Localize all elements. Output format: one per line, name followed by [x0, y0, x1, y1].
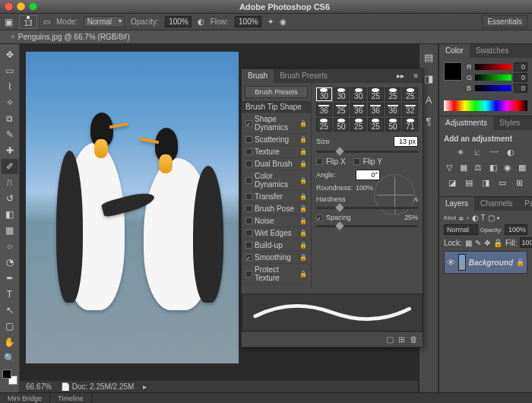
g-input[interactable]: 0 [514, 73, 527, 82]
brush-option-wet-edges[interactable]: Wet Edges🔒 [245, 227, 308, 240]
spacing-checkbox[interactable] [316, 214, 323, 221]
brush-option-dual-brush[interactable]: Dual Brush🔒 [245, 158, 308, 170]
workspace-switcher[interactable]: Essentials [482, 15, 527, 28]
lock-trans-icon[interactable]: ▦ [465, 239, 472, 247]
checkbox-icon[interactable] [245, 177, 252, 184]
opacity-input[interactable]: 100% [165, 16, 192, 27]
brightness-icon[interactable]: ☀ [454, 146, 467, 158]
lock-icon[interactable]: 🔒 [299, 205, 307, 212]
color-preview-swatch[interactable] [444, 62, 462, 81]
vibrance-icon[interactable]: ▽ [444, 161, 454, 173]
photo-filter-icon[interactable]: ◉ [502, 161, 512, 173]
minimize-icon[interactable] [17, 2, 25, 11]
b-slider[interactable] [475, 85, 511, 91]
gradient-map-icon[interactable]: ▭ [496, 176, 508, 189]
tab-adjustments[interactable]: Adjustments [439, 116, 493, 130]
flipy-checkbox[interactable] [353, 158, 360, 165]
ps-logo-icon[interactable]: ▣ [5, 17, 13, 27]
brush-preset-picker[interactable]: 13 [19, 15, 37, 29]
close-tab-icon[interactable]: × [11, 33, 15, 41]
tab-paths[interactable]: Paths [518, 197, 532, 211]
brush-tip-swatch[interactable]: 50 [334, 118, 350, 132]
character-panel-icon[interactable]: A [422, 93, 435, 106]
gradient-tool[interactable]: ▦ [2, 223, 18, 238]
color-swatches[interactable] [2, 370, 17, 385]
color-spectrum[interactable] [444, 100, 527, 111]
fill-input[interactable]: 100% [520, 237, 532, 248]
layer-thumbnail[interactable] [458, 254, 466, 271]
tab-channels[interactable]: Channels [474, 197, 518, 211]
brush-option-build-up[interactable]: Build-up🔒 [245, 240, 308, 252]
airbrush-icon[interactable]: ✦ [268, 17, 274, 26]
brush-tip-swatch[interactable]: 30 [350, 87, 366, 101]
lock-all-icon[interactable]: 🔒 [493, 239, 502, 247]
flipx-checkbox[interactable] [316, 158, 323, 165]
checkbox-icon[interactable] [245, 136, 252, 143]
properties-panel-icon[interactable]: ◨ [422, 71, 435, 85]
status-arrow-icon[interactable]: ▸ [143, 382, 147, 391]
tab-swatches[interactable]: Swatches [470, 44, 515, 58]
brush-option-protect-texture[interactable]: Protect Texture🔒 [245, 264, 308, 284]
checkbox-icon[interactable] [245, 242, 252, 249]
brush-presets-button[interactable]: Brush Presets [245, 86, 308, 98]
tab-mini-bridge[interactable]: Mini Bridge [0, 394, 50, 403]
checkbox-icon[interactable] [245, 160, 252, 167]
brush-tip-swatch[interactable]: 30 [334, 87, 350, 101]
lock-icon[interactable]: 🔒 [299, 254, 307, 261]
zoom-tool[interactable]: 🔍 [2, 351, 18, 366]
lock-icon[interactable]: 🔒 [299, 271, 307, 278]
angle-input[interactable]: 0° [356, 170, 380, 180]
brush-option-shape-dynamics[interactable]: Shape Dynamics🔒 [245, 113, 308, 134]
wand-tool[interactable]: ✧ [2, 95, 18, 110]
shape-tool[interactable]: ▢ [2, 319, 18, 334]
lock-pos-icon[interactable]: ✥ [484, 239, 490, 247]
tab-color[interactable]: Color [439, 44, 470, 58]
checkbox-icon[interactable] [245, 271, 252, 278]
brush-option-transfer[interactable]: Transfer🔒 [245, 191, 308, 203]
new-preset-icon[interactable]: ▢ [386, 335, 394, 344]
brush-tip-swatch[interactable]: 50 [385, 118, 401, 132]
brush-tip-swatch[interactable]: 25 [316, 118, 332, 132]
brush-tip-swatch[interactable]: 25 [334, 103, 350, 116]
pen-tool[interactable]: ✒ [2, 271, 18, 286]
eraser-tool[interactable]: ◧ [2, 207, 18, 222]
pressure-size-icon[interactable]: ◉ [280, 17, 287, 26]
checkbox-icon[interactable] [245, 205, 252, 212]
stamp-tool[interactable]: ⎍ [2, 175, 18, 190]
checkbox-icon[interactable] [245, 217, 252, 224]
g-slider[interactable] [475, 75, 511, 81]
panel-menu-icon[interactable]: ≡ [409, 69, 423, 83]
checkbox-icon[interactable] [245, 148, 252, 155]
blend-mode-select[interactable]: Normal [84, 16, 125, 27]
lock-icon[interactable]: 🔒 [299, 193, 307, 200]
brush-tip-swatch[interactable]: 36 [368, 103, 384, 116]
lock-icon[interactable]: 🔒 [299, 160, 307, 167]
brush-tool[interactable]: ✐ [2, 159, 18, 174]
bw-icon[interactable]: ◧ [488, 161, 498, 173]
r-input[interactable]: 0 [514, 62, 527, 71]
lasso-tool[interactable]: ⌇ [2, 79, 18, 94]
brush-tip-shape[interactable]: Brush Tip Shape [242, 101, 311, 113]
posterize-icon[interactable]: ▤ [463, 176, 475, 189]
hue-icon[interactable]: ▦ [458, 161, 468, 173]
balance-icon[interactable]: ⚖ [473, 161, 483, 173]
tab-layers[interactable]: Layers [439, 197, 474, 211]
blend-mode-select[interactable]: Normal [444, 224, 478, 235]
layer-row[interactable]: 👁 Background 🔒 [444, 251, 527, 274]
spacing-slider[interactable] [316, 225, 418, 227]
levels-icon[interactable]: ⟀ [471, 146, 483, 158]
hardness-slider[interactable] [316, 207, 418, 209]
pressure-opacity-icon[interactable]: ◐ [198, 17, 204, 26]
lock-icon[interactable]: 🔒 [299, 148, 307, 155]
heal-tool[interactable]: ✚ [2, 143, 18, 158]
paragraph-panel-icon[interactable]: ¶ [422, 114, 435, 128]
marquee-tool[interactable]: ▭ [2, 63, 18, 78]
create-brush-icon[interactable]: ⊞ [398, 335, 405, 344]
foreground-swatch[interactable] [2, 370, 11, 379]
brush-panel-toggle-icon[interactable]: ▭ [43, 17, 50, 26]
tab-styles[interactable]: Styles [493, 116, 526, 130]
eyedropper-tool[interactable]: ✎ [2, 127, 18, 142]
b-input[interactable]: 0 [514, 84, 527, 93]
lock-icon[interactable]: 🔒 [299, 120, 307, 127]
brush-tip-swatch[interactable]: 25 [368, 87, 384, 101]
